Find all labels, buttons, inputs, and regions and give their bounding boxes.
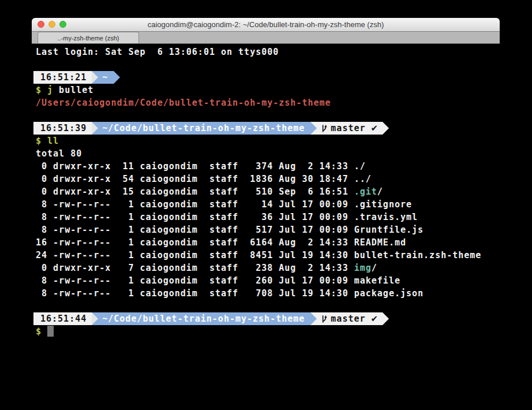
git-clean-check-icon: ✔ (371, 314, 379, 324)
ls-row: 0 drwxr-xr-x 11 caiogondim staff 374 Aug… (33, 160, 530, 173)
ls-total-line: total 80 (33, 147, 530, 160)
terminal-tab[interactable]: ..-my-zsh-theme (zsh) (38, 32, 139, 43)
git-clean-check-icon: ✔ (371, 123, 379, 133)
file-name: Gruntfile.js (354, 225, 424, 235)
last-login-line: Last login: Sat Sep 6 13:06:01 on ttys00… (33, 46, 530, 58)
powerline-arrow-icon (114, 71, 120, 84)
prompt-char: $ (36, 326, 47, 337)
input-line[interactable]: $ (33, 325, 530, 338)
powerline-arrow-icon (92, 122, 98, 135)
terminal-content[interactable]: Last login: Sat Sep 6 13:06:01 on ttys00… (33, 46, 530, 338)
tab-label: ..-my-zsh-theme (zsh) (58, 35, 119, 42)
prompt-time-segment: 16:51:39 (33, 122, 92, 135)
ls-row: 24 -rw-r--r-- 1 caiogondim staff 8451 Ju… (33, 249, 530, 262)
file-name: bullet-train.zsh-theme (354, 250, 482, 260)
prompt-time-segment: 16:51:21 (33, 71, 92, 84)
terminal-window-chrome: caiogondim@caiogondim-2: ~/Code/bullet-t… (32, 18, 500, 44)
ls-row: 8 -rw-r--r-- 1 caiogondim staff 14 Jul 1… (33, 198, 530, 211)
prompt-time-segment: 16:51:44 (33, 312, 92, 325)
ls-row: 16 -rw-r--r-- 1 caiogondim staff 6164 Au… (33, 236, 530, 249)
prompt-line: 16:51:21 ~ (33, 71, 530, 84)
prompt-line: 16:51:39 ~/Code/bullet-train-oh-my-zsh-t… (33, 122, 530, 135)
powerline-arrow-icon (383, 312, 389, 325)
file-name: .travis.yml (354, 212, 418, 222)
directory-name: img (354, 263, 372, 273)
title-bar[interactable]: caiogondim@caiogondim-2: ~/Code/bullet-t… (32, 18, 500, 32)
prompt-char: $ (36, 85, 47, 95)
git-branch-icon (320, 124, 328, 133)
file-name: package.json (354, 288, 424, 299)
file-name: README.md (354, 237, 406, 248)
ls-row: 8 -rw-r--r-- 1 caiogondim staff 517 Jul … (33, 223, 530, 236)
prompt-git-segment: master ✔ (317, 312, 383, 325)
command-text: ll (47, 136, 59, 146)
prompt-path-segment: ~ (98, 71, 114, 84)
ls-row: 8 -rw-r--r-- 1 caiogondim staff 708 Jul … (33, 287, 530, 300)
ls-row: 0 drwxr-xr-x 15 caiogondim staff 510 Sep… (33, 185, 530, 198)
file-name: ./ (354, 161, 366, 172)
powerline-arrow-icon (92, 312, 98, 325)
powerline-arrow-icon (310, 122, 317, 135)
ls-row: 0 drwxr-xr-x 7 caiogondim staff 238 Aug … (33, 262, 530, 274)
prompt-line: 16:51:44 ~/Code/bullet-train-oh-my-zsh-t… (33, 312, 530, 325)
git-branch-name: master (331, 123, 365, 133)
command-line: $ ll (33, 135, 530, 147)
ls-row: 0 drwxr-xr-x 54 caiogondim staff 1836 Au… (33, 173, 530, 185)
dir-slash: / (372, 263, 377, 273)
command-output: /Users/caiogondim/Code/bullet-train-oh-m… (33, 96, 530, 109)
tab-bar: ..-my-zsh-theme (zsh) (32, 32, 500, 44)
git-branch-icon (320, 314, 328, 324)
powerline-arrow-icon (92, 71, 98, 84)
file-name: ../ (354, 174, 372, 184)
powerline-arrow-icon (310, 312, 317, 325)
prompt-path-segment: ~/Code/bullet-train-oh-my-zsh-theme (98, 312, 310, 325)
command-text: j (47, 85, 53, 95)
command-line: $ j bullet (33, 84, 530, 96)
ls-row: 8 -rw-r--r-- 1 caiogondim staff 36 Jul 1… (33, 211, 530, 223)
prompt-git-segment: master ✔ (317, 122, 383, 135)
directory-name: .git (354, 187, 377, 197)
traffic-lights (38, 21, 66, 28)
prompt-char: $ (36, 136, 47, 146)
dir-slash: / (377, 187, 383, 197)
window-title: caiogondim@caiogondim-2: ~/Code/bullet-t… (148, 20, 384, 29)
prompt-path-segment: ~/Code/bullet-train-oh-my-zsh-theme (98, 122, 310, 135)
close-button[interactable] (38, 21, 44, 28)
ls-row: 8 -rw-r--r-- 1 caiogondim staff 260 Jul … (33, 274, 530, 287)
minimize-button[interactable] (48, 21, 55, 28)
file-name: .gitignore (354, 199, 412, 210)
git-branch-name: master (331, 314, 365, 324)
file-name: makefile (354, 275, 400, 286)
command-args: bullet (53, 85, 93, 95)
powerline-arrow-icon (383, 122, 389, 135)
zoom-button[interactable] (59, 21, 66, 28)
terminal-cursor (47, 326, 54, 337)
